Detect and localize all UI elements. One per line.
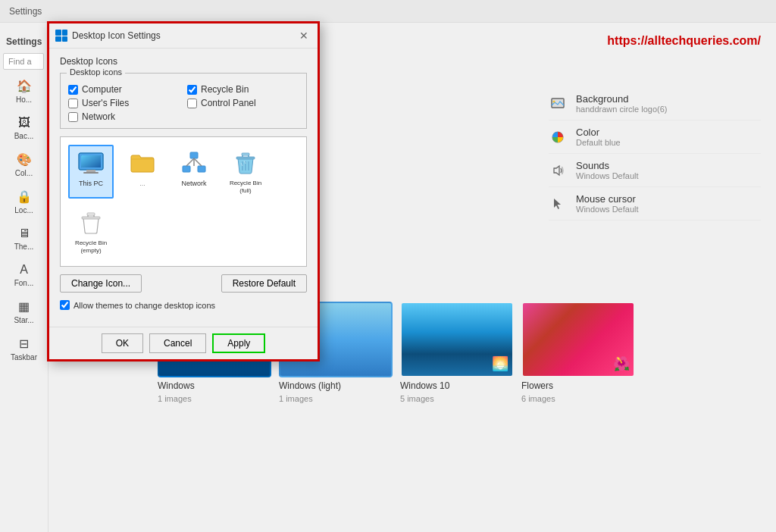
recycle-bin-empty-icon [77, 209, 105, 236]
checkbox-users-files[interactable]: User's Files [68, 98, 180, 108]
this-pc-icon [77, 149, 105, 177]
svg-line-13 [194, 158, 202, 166]
checkbox-recycle-bin-input[interactable] [187, 85, 197, 95]
dialog-overlay: Desktop Icon Settings ✕ Desktop Icons De… [0, 0, 776, 532]
recycle-bin-full-icon [232, 149, 259, 177]
allow-themes-checkbox[interactable] [60, 300, 70, 310]
checkbox-network[interactable]: Network [68, 111, 180, 122]
svg-rect-11 [198, 166, 205, 172]
checkbox-computer-input[interactable] [68, 85, 78, 95]
icon-this-pc[interactable]: This PC [68, 145, 114, 199]
dialog-title-text: Desktop Icon Settings [72, 30, 161, 41]
svg-rect-17 [82, 217, 100, 219]
dialog-titlebar: Desktop Icon Settings ✕ [49, 23, 318, 49]
icon-network[interactable]: Network [171, 145, 217, 199]
checkbox-recycle-bin[interactable]: Recycle Bin [187, 84, 299, 95]
svg-rect-10 [183, 166, 190, 172]
dialog-title-left: Desktop Icon Settings [55, 30, 161, 42]
checkbox-control-panel[interactable]: Control Panel [187, 98, 299, 108]
dialog-close-button[interactable]: ✕ [296, 28, 311, 43]
checkbox-computer[interactable]: Computer [68, 84, 180, 95]
svg-rect-6 [81, 155, 101, 167]
svg-rect-16 [242, 153, 249, 155]
ok-button[interactable]: OK [102, 333, 143, 353]
svg-rect-18 [87, 213, 95, 215]
checkbox-control-panel-input[interactable] [187, 99, 197, 108]
checkbox-users-files-input[interactable] [68, 99, 78, 108]
icon-recycle-bin-empty[interactable]: Recycle Bin (empty) [68, 205, 114, 258]
svg-rect-15 [236, 157, 255, 159]
restore-default-button[interactable]: Restore Default [221, 274, 307, 293]
dialog-footer: OK Cancel Apply [49, 327, 318, 359]
dialog-group-box: Desktop icons Computer Recycle Bin User'… [60, 73, 307, 129]
svg-rect-8 [83, 172, 99, 174]
network-icon [180, 149, 208, 177]
desktop-icon-settings-dialog: Desktop Icon Settings ✕ Desktop Icons De… [47, 21, 320, 361]
icons-panel: This PC ... [60, 136, 307, 267]
dialog-icon-buttons: Change Icon... Restore Default [60, 274, 307, 293]
dialog-group-label: Desktop icons [67, 67, 125, 77]
allow-themes-label[interactable]: Allow themes to change desktop icons [60, 300, 307, 310]
cancel-button[interactable]: Cancel [149, 333, 206, 353]
dialog-body: Desktop Icons Desktop icons Computer Rec… [49, 49, 318, 327]
dialog-title-icon [55, 30, 67, 42]
icon-user-folder[interactable]: ... [120, 145, 165, 199]
apply-button[interactable]: Apply [212, 333, 265, 353]
svg-rect-7 [86, 170, 95, 172]
checkbox-grid: Computer Recycle Bin User's Files Contro… [68, 84, 299, 122]
dialog-section-label: Desktop Icons [60, 56, 307, 67]
checkbox-network-input[interactable] [68, 112, 78, 122]
svg-rect-9 [190, 152, 198, 158]
user-folder-icon [129, 149, 156, 177]
change-icon-button[interactable]: Change Icon... [60, 274, 142, 293]
icon-recycle-bin-full[interactable]: Recycle Bin (full) [223, 145, 268, 199]
svg-line-12 [186, 158, 194, 166]
